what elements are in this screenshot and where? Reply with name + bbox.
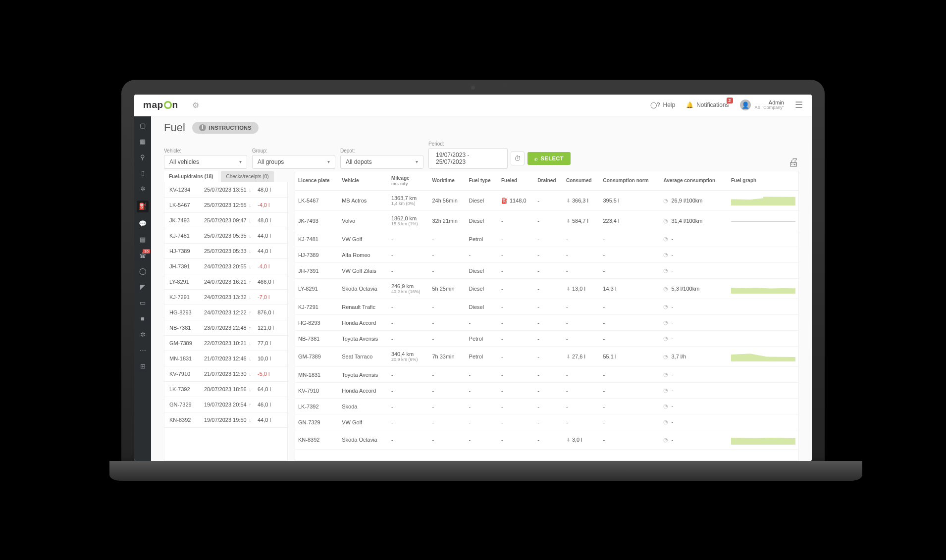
table-row[interactable]: MN-1831 Toyota Avensis - - - - - - - ◔ - [295, 367, 798, 383]
event-row[interactable]: NB-7381 23/07/2023 22:48 ↑ 121,0 l [164, 320, 287, 336]
event-row[interactable]: KN-8392 19/07/2023 19:50 ↓ 44,0 l [164, 412, 287, 428]
event-row[interactable]: HG-8293 24/07/2023 12:22 ↑ 876,0 l [164, 305, 287, 320]
events-list[interactable]: KV-1234 25/07/2023 13:51 ↓ 48,0 lLK-5467… [164, 182, 288, 461]
col-worktime[interactable]: Worktime [429, 171, 466, 191]
nav-doc-icon[interactable]: ▯ [138, 169, 147, 178]
table-row[interactable]: KJ-7481 VW Golf - - Petrol - - - - ◔ - [295, 231, 798, 247]
gauge-icon: ◔ [663, 319, 668, 325]
brand-logo[interactable]: mapn [143, 100, 178, 110]
nav-calendar-icon[interactable]: ▭ [138, 299, 147, 307]
cell-worktime: 5h 25min [429, 279, 466, 299]
laptop-camera [471, 86, 475, 90]
time-picker-button[interactable]: ⏱ [511, 152, 525, 165]
nav-chat-icon[interactable]: 💬 [138, 219, 147, 228]
event-row[interactable]: KV-7910 21/07/2023 12:30 ↓ -5,0 l [164, 366, 287, 382]
table-row[interactable]: GN-7329 VW Golf - - - - - - - ◔ - [295, 414, 798, 430]
table-row[interactable]: NB-7381 Toyota Avensis - - Petrol - - - … [295, 331, 798, 347]
nav-apps-icon[interactable]: ⊞ [138, 362, 147, 371]
vehicle-select[interactable]: All vehicles▾ [164, 155, 247, 169]
table-row[interactable]: JH-7391 VW Golf Zilais - - Diesel - - - … [295, 263, 798, 279]
depot-select[interactable]: All depots▾ [340, 155, 423, 169]
event-row[interactable]: KJ-7481 25/07/2023 05:35 ↓ 44,0 l [164, 228, 287, 244]
event-row[interactable]: HJ-7389 25/07/2023 05:33 ↓ 44,0 l [164, 244, 287, 259]
user-menu[interactable]: 👤 Admin AS "Company" [740, 100, 784, 110]
event-direction-icon: ↓ [249, 187, 258, 193]
sidebar-nav: ▢ ▦ ⚲ ▯ ✲ ⛽ 💬 ▤ 🛣16 ◯ ◤ ▭ ■ ✲ ⋯ ⊞ [134, 116, 151, 461]
period-range-picker[interactable]: 19/07/2023 - 25/07/2023 [428, 148, 508, 169]
cell-mileage: - [388, 367, 429, 383]
event-plate: LY-8291 [169, 279, 204, 285]
cell-fueled: ⛽1148,0 [498, 191, 534, 211]
cell-fueltype: Diesel [466, 263, 498, 279]
nav-user-icon[interactable]: ◯ [138, 267, 147, 276]
nav-settings-icon[interactable]: ✲ [138, 330, 147, 339]
notifications-link[interactable]: 🔔 2 Notifications [686, 102, 729, 108]
table-row[interactable]: LK-7392 Skoda - - - - - - - ◔ - [295, 399, 798, 414]
help-link[interactable]: ◯? Help [650, 102, 675, 108]
menu-icon[interactable]: ☰ [795, 100, 803, 110]
gauge-icon: ◔ [663, 335, 668, 341]
cell-norm: - [600, 231, 660, 247]
nav-fuel-icon[interactable]: ⛽ [137, 201, 149, 212]
tab-checks[interactable]: Checks/receipts (0) [221, 171, 273, 182]
col-norm[interactable]: Consumption norm [600, 171, 660, 191]
cell-plate: JK-7493 [295, 211, 339, 231]
event-value: 10,0 l [258, 356, 282, 361]
instructions-button[interactable]: i INSTRUCTIONS [192, 122, 259, 134]
col-fueled[interactable]: Fueled [498, 171, 534, 191]
table-row[interactable]: JK-7493 Volvo 1862,0 km15,6 km (1%) 32h … [295, 211, 798, 231]
cell-mileage: 1363,7 km1,4 km (0%) [388, 191, 429, 211]
event-plate: LK-5467 [169, 202, 204, 208]
table-row[interactable]: HG-8293 Honda Accord - - - - - - - ◔ - [295, 315, 798, 331]
nav-clipboard-icon[interactable]: ▤ [138, 235, 147, 244]
nav-map-icon[interactable]: ▢ [138, 121, 147, 130]
event-row[interactable]: GM-7389 22/07/2023 10:21 ↓ 77,0 l [164, 336, 287, 351]
event-date: 25/07/2023 05:35 [204, 233, 249, 239]
nav-pin-icon[interactable]: ⚲ [138, 153, 147, 162]
nav-grid-icon[interactable]: ▦ [138, 137, 147, 146]
table-row[interactable]: KV-7910 Honda Accord - - - - - - - ◔ - [295, 383, 798, 399]
col-vehicle[interactable]: Vehicle [339, 171, 388, 191]
col-avg[interactable]: Average consumption [660, 171, 728, 191]
nav-camera-icon[interactable]: ■ [138, 314, 147, 323]
nav-gear-icon[interactable]: ✲ [138, 185, 147, 194]
event-row[interactable]: JK-7493 25/07/2023 09:47 ↓ 48,0 l [164, 213, 287, 228]
group-select[interactable]: All groups▾ [252, 155, 335, 169]
event-plate: HG-8293 [169, 309, 204, 315]
table-row[interactable]: KN-8392 Skoda Octavia - - - - - ⬇3,0 l -… [295, 430, 798, 450]
event-row[interactable]: LK-5467 25/07/2023 12:55 ↓ -4,0 l [164, 198, 287, 213]
select-button[interactable]: ⌕ SELECT [527, 152, 571, 165]
table-row[interactable]: HJ-7389 Alfa Romeo - - - - - - - ◔ - [295, 247, 798, 263]
cell-vehicle: VW Golf Zilais [339, 263, 388, 279]
tab-fuelup[interactable]: Fuel-up/drains (18) [164, 171, 218, 182]
event-plate: HJ-7389 [169, 248, 204, 254]
col-consumed[interactable]: Consumed [563, 171, 600, 191]
table-row[interactable]: KJ-7291 Renault Trafic - - Diesel - - - … [295, 299, 798, 315]
col-licence[interactable]: Licence plate [295, 171, 339, 191]
col-fueltype[interactable]: Fuel type [466, 171, 498, 191]
cell-mileage: 246,9 km40,2 km (16%) [388, 279, 429, 299]
table-row[interactable]: LY-8291 Skoda Octavia 246,9 km40,2 km (1… [295, 279, 798, 299]
event-row[interactable]: GN-7329 19/07/2023 20:54 ↑ 46,0 l [164, 397, 287, 412]
settings-gear-icon[interactable]: ⚙ [192, 101, 199, 110]
nav-route-icon[interactable]: 🛣16 [138, 251, 147, 260]
cell-fueltype: - [466, 414, 498, 430]
col-mileage[interactable]: Mileageinc. city [388, 171, 429, 191]
table-row[interactable]: LK-5467 MB Actros 1363,7 km1,4 km (0%) 2… [295, 191, 798, 211]
event-row[interactable]: LK-7392 20/07/2023 18:56 ↓ 64,0 l [164, 382, 287, 397]
nav-flag-icon[interactable]: ◤ [138, 283, 147, 292]
help-label: Help [663, 102, 676, 108]
event-row[interactable]: JH-7391 24/07/2023 20:55 ↓ -4,0 l [164, 259, 287, 274]
data-table-panel[interactable]: Licence plate Vehicle Mileageinc. city W… [295, 171, 799, 461]
event-row[interactable]: LY-8291 24/07/2023 16:21 ↑ 466,0 l [164, 274, 287, 290]
event-row[interactable]: KJ-7291 24/07/2023 13:32 ↓ -7,0 l [164, 290, 287, 305]
nav-more-icon[interactable]: ⋯ [138, 346, 147, 355]
event-row[interactable]: KV-1234 25/07/2023 13:51 ↓ 48,0 l [164, 182, 287, 198]
print-icon[interactable]: 🖨 [788, 156, 799, 169]
event-row[interactable]: MN-1831 21/07/2023 12:46 ↓ 10,0 l [164, 351, 287, 366]
table-row[interactable]: GM-7389 Seat Tarraco 340,4 km20,9 km (6%… [295, 347, 798, 367]
col-drained[interactable]: Drained [534, 171, 563, 191]
event-plate: GN-7329 [169, 402, 204, 407]
col-graph[interactable]: Fuel graph [728, 171, 798, 191]
cell-fueltype: - [466, 247, 498, 263]
